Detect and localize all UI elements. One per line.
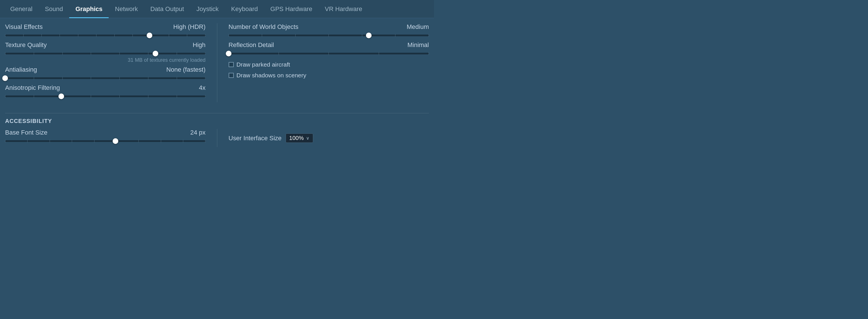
world-objects-row: Number of World Objects Medium	[229, 23, 429, 39]
reflection-detail-value: Minimal	[407, 41, 429, 49]
visual-effects-label: Visual Effects	[5, 23, 42, 31]
draw-shadows-row: Draw shadows on scenery	[229, 72, 429, 79]
visual-effects-row: Visual Effects High (HDR)	[5, 23, 206, 39]
texture-quality-slider[interactable]	[5, 50, 206, 57]
ui-size-dropdown[interactable]: 100% ∨	[286, 134, 313, 143]
texture-quality-label: Texture Quality	[5, 41, 47, 49]
antialiasing-row: Antialiasing None (fastest)	[5, 66, 206, 81]
base-font-size-row: Base Font Size 24 px	[5, 129, 206, 144]
anisotropic-row: Anisotropic Filtering 4x	[5, 84, 206, 100]
tab-sound[interactable]: Sound	[38, 0, 69, 18]
dropdown-arrow-icon: ∨	[306, 135, 309, 141]
tab-vr-hardware[interactable]: VR Hardware	[318, 0, 369, 18]
visual-effects-thumb[interactable]	[147, 33, 152, 38]
bottom-left: Base Font Size 24 px	[5, 129, 217, 147]
world-objects-thumb[interactable]	[366, 33, 372, 38]
bottom-right: User Interface Size 100% ∨	[217, 129, 429, 147]
texture-quality-track	[5, 53, 206, 55]
texture-quality-thumb[interactable]	[153, 51, 158, 57]
world-objects-ticks	[229, 35, 429, 36]
tab-keyboard[interactable]: Keyboard	[225, 0, 264, 18]
anisotropic-value: 4x	[199, 84, 205, 92]
reflection-detail-thumb[interactable]	[226, 51, 231, 57]
ui-size-value: 100%	[289, 135, 304, 141]
bottom-section: Base Font Size 24 px	[0, 129, 434, 147]
ui-size-row: User Interface Size 100% ∨	[229, 134, 313, 143]
draw-shadows-checkbox[interactable]	[229, 73, 234, 78]
texture-quality-row: Texture Quality High 31 MB of textures c…	[5, 41, 206, 63]
reflection-detail-row: Reflection Detail Minimal	[229, 41, 429, 57]
base-font-size-thumb[interactable]	[113, 138, 118, 144]
tab-gps-hardware[interactable]: GPS Hardware	[264, 0, 318, 18]
world-objects-label: Number of World Objects	[229, 23, 299, 31]
visual-effects-value: High (HDR)	[173, 23, 206, 31]
draw-parked-checkbox[interactable]	[229, 62, 234, 67]
anisotropic-label: Anisotropic Filtering	[5, 84, 60, 92]
anisotropic-ticks	[5, 96, 206, 97]
right-panel: Number of World Objects Medium Reflec	[217, 23, 429, 102]
antialiasing-header: Antialiasing None (fastest)	[5, 66, 206, 73]
ui-size-label: User Interface Size	[229, 135, 282, 142]
tab-joystick[interactable]: Joystick	[190, 0, 225, 18]
accessibility-title: ACCESSIBILITY	[5, 118, 429, 125]
tab-bar: General Sound Graphics Network Data Outp…	[0, 0, 434, 18]
reflection-detail-ticks	[229, 53, 429, 55]
world-objects-slider[interactable]	[229, 32, 429, 39]
anisotropic-thumb[interactable]	[58, 94, 64, 99]
base-font-size-slider[interactable]	[5, 138, 206, 144]
draw-parked-label: Draw parked aircraft	[237, 61, 290, 68]
world-objects-value: Medium	[407, 23, 429, 31]
tab-general[interactable]: General	[4, 0, 38, 18]
tab-data-output[interactable]: Data Output	[144, 0, 190, 18]
checkbox-section: Draw parked aircraft Draw shadows on sce…	[229, 61, 429, 79]
base-font-size-value: 24 px	[190, 129, 206, 136]
draw-shadows-label: Draw shadows on scenery	[237, 72, 306, 79]
world-objects-track	[229, 35, 429, 36]
anisotropic-header: Anisotropic Filtering 4x	[5, 84, 206, 92]
left-panel: Visual Effects High (HDR)	[5, 23, 217, 102]
texture-quality-ticks	[5, 53, 206, 55]
base-font-size-label: Base Font Size	[5, 129, 48, 136]
tab-network[interactable]: Network	[108, 0, 144, 18]
anisotropic-track	[5, 96, 206, 97]
texture-info: 31 MB of textures currently loaded	[5, 57, 206, 63]
base-font-size-track	[5, 140, 206, 142]
antialiasing-ticks	[5, 77, 206, 79]
reflection-detail-track	[229, 53, 429, 55]
reflection-detail-label: Reflection Detail	[229, 41, 274, 49]
texture-quality-header: Texture Quality High	[5, 41, 206, 49]
base-font-size-header: Base Font Size 24 px	[5, 129, 206, 136]
antialiasing-track	[5, 77, 206, 79]
base-font-size-ticks	[5, 140, 206, 142]
antialiasing-value: None (fastest)	[166, 66, 205, 73]
accessibility-section: ACCESSIBILITY Base Font Size 24 px	[0, 113, 434, 147]
visual-effects-track	[5, 35, 206, 36]
reflection-detail-header: Reflection Detail Minimal	[229, 41, 429, 49]
section-divider	[5, 113, 429, 113]
reflection-detail-slider[interactable]	[229, 50, 429, 57]
antialiasing-label: Antialiasing	[5, 66, 37, 73]
texture-quality-value: High	[193, 41, 205, 49]
antialiasing-slider[interactable]	[5, 75, 206, 81]
visual-effects-ticks	[5, 35, 206, 36]
draw-parked-row: Draw parked aircraft	[229, 61, 429, 68]
world-objects-header: Number of World Objects Medium	[229, 23, 429, 31]
visual-effects-header: Visual Effects High (HDR)	[5, 23, 206, 31]
tab-graphics[interactable]: Graphics	[69, 0, 108, 18]
anisotropic-slider[interactable]	[5, 93, 206, 100]
main-content: Visual Effects High (HDR)	[0, 18, 434, 107]
visual-effects-slider[interactable]	[5, 32, 206, 39]
antialiasing-thumb[interactable]	[2, 75, 8, 81]
